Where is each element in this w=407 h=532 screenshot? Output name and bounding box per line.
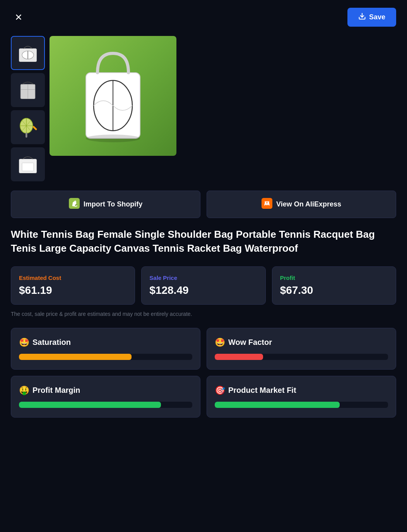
svg-point-19 xyxy=(86,135,140,142)
product-market-fit-progress-track xyxy=(215,402,388,408)
profit-margin-label: Profit Margin xyxy=(32,386,80,395)
price-disclaimer: The cost, sale price & profit are estima… xyxy=(11,311,396,317)
product-market-fit-title: 🎯 Product Market Fit xyxy=(215,385,388,396)
shopify-button-label: Import To Shopify xyxy=(84,200,143,208)
svg-rect-15 xyxy=(22,163,34,171)
close-button[interactable]: ✕ xyxy=(11,10,26,25)
wow-factor-emoji: 🤩 xyxy=(215,338,225,348)
thumbnail-2[interactable] xyxy=(11,73,45,107)
page-container: ✕ Save xyxy=(0,0,407,433)
pricing-cards: Estimated Cost $61.19 Sale Price $128.49… xyxy=(11,266,396,305)
header: ✕ Save xyxy=(11,8,396,27)
profit-card: Profit $67.30 xyxy=(272,266,396,305)
wow-factor-card: 🤩 Wow Factor xyxy=(207,328,396,370)
saturation-progress-track xyxy=(19,354,192,360)
sale-price-value: $128.49 xyxy=(149,284,257,297)
svg-rect-21 xyxy=(262,198,272,209)
close-icon: ✕ xyxy=(15,12,22,23)
profit-margin-title: 🤑 Profit Margin xyxy=(19,385,192,396)
profit-margin-progress-bar xyxy=(19,402,161,408)
saturation-emoji: 🤩 xyxy=(19,338,29,348)
profit-margin-card: 🤑 Profit Margin xyxy=(11,376,200,418)
svg-rect-12 xyxy=(26,133,27,138)
save-button[interactable]: Save xyxy=(347,8,396,27)
aliexpress-button-label: View On AliExpress xyxy=(276,200,341,208)
aliexpress-icon xyxy=(262,198,272,211)
saturation-card: 🤩 Saturation xyxy=(11,328,200,370)
thumbnail-4[interactable] xyxy=(11,147,45,181)
download-icon xyxy=(358,12,366,22)
svg-rect-13 xyxy=(32,126,38,131)
estimated-cost-card: Estimated Cost $61.19 xyxy=(11,266,135,305)
profit-margin-emoji: 🤑 xyxy=(19,385,29,396)
wow-factor-title: 🤩 Wow Factor xyxy=(215,338,388,348)
thumbnail-1[interactable] xyxy=(11,36,45,70)
action-buttons: Import To Shopify View On AliExpress xyxy=(11,191,396,218)
estimated-cost-label: Estimated Cost xyxy=(19,275,127,281)
profit-value: $67.30 xyxy=(280,284,388,297)
thumbnails xyxy=(11,36,45,181)
sale-price-card: Sale Price $128.49 xyxy=(141,266,265,305)
thumbnail-3[interactable] xyxy=(11,110,45,144)
import-shopify-button[interactable]: Import To Shopify xyxy=(11,191,200,218)
shopify-icon xyxy=(69,198,80,211)
sale-price-label: Sale Price xyxy=(149,275,257,281)
metrics-grid: 🤩 Saturation 🤩 Wow Factor 🤑 Profit Margi… xyxy=(11,328,396,418)
view-aliexpress-button[interactable]: View On AliExpress xyxy=(207,191,396,218)
product-market-fit-card: 🎯 Product Market Fit xyxy=(207,376,396,418)
svg-rect-22 xyxy=(265,201,269,202)
wow-factor-progress-track xyxy=(215,354,388,360)
saturation-progress-bar xyxy=(19,354,132,360)
product-market-fit-progress-bar xyxy=(215,402,340,408)
profit-label: Profit xyxy=(280,275,388,281)
estimated-cost-value: $61.19 xyxy=(19,284,127,297)
saturation-title: 🤩 Saturation xyxy=(19,338,192,348)
product-title: White Tennis Bag Female Single Shoulder … xyxy=(11,227,396,256)
product-market-fit-emoji: 🎯 xyxy=(215,385,225,396)
saturation-label: Saturation xyxy=(32,338,71,347)
wow-factor-label: Wow Factor xyxy=(228,338,272,347)
main-product-image xyxy=(50,36,176,156)
gallery xyxy=(11,36,396,181)
wow-factor-progress-bar xyxy=(215,354,263,360)
product-market-fit-label: Product Market Fit xyxy=(228,386,296,395)
profit-margin-progress-track xyxy=(19,402,192,408)
